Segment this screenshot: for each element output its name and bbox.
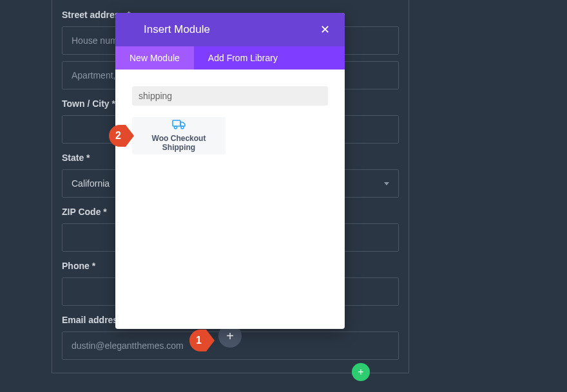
- modal-body: Woo CheckoutShipping: [115, 70, 345, 329]
- chevron-down-icon: [384, 182, 389, 185]
- module-search-input[interactable]: [132, 86, 328, 106]
- plus-icon: +: [226, 329, 234, 344]
- modal-header: Insert Module ✕: [115, 13, 345, 46]
- modal-title: Insert Module: [144, 23, 210, 36]
- close-button[interactable]: ✕: [318, 23, 332, 37]
- modal-tabs: New Module Add From Library: [115, 46, 345, 70]
- close-icon: ✕: [320, 23, 330, 37]
- insert-module-modal: Insert Module ✕ New Module Add From Libr…: [115, 13, 345, 329]
- state-value: California: [72, 178, 110, 189]
- svg-rect-0: [173, 120, 180, 126]
- tab-new-module[interactable]: New Module: [115, 46, 194, 70]
- add-section-button[interactable]: +: [352, 363, 370, 381]
- module-label: Woo CheckoutShipping: [152, 135, 206, 153]
- plus-icon: +: [358, 366, 363, 378]
- tab-add-from-library[interactable]: Add From Library: [194, 46, 292, 70]
- callout-badge-2: 2: [109, 125, 126, 147]
- svg-point-2: [181, 126, 184, 129]
- callout-badge-1: 1: [189, 330, 206, 351]
- truck-icon: [172, 119, 186, 131]
- module-woo-checkout-shipping[interactable]: Woo CheckoutShipping: [132, 117, 226, 154]
- svg-point-1: [174, 126, 177, 129]
